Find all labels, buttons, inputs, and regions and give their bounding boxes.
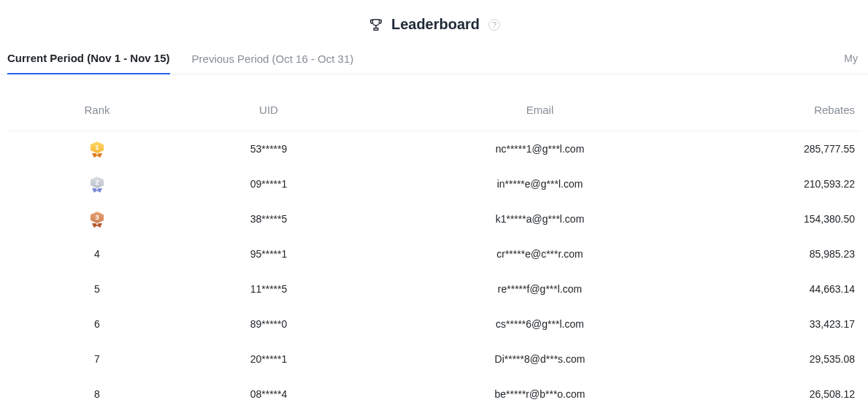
silver-medal-icon: 2 <box>91 177 104 191</box>
cell-email: cs*****6@g***l.com <box>356 318 723 330</box>
table-row: 511*****5re*****f@g***l.com44,663.14 <box>7 271 861 306</box>
cell-rank: 6 <box>13 317 181 331</box>
table-row: 720*****1Di*****8@d***s.com29,535.08 <box>7 342 861 377</box>
cell-rank: 7 <box>13 352 181 366</box>
cell-email: be*****r@b***o.com <box>356 388 723 400</box>
rank-number: 8 <box>94 388 100 400</box>
cell-rebates: 285,777.55 <box>723 143 855 155</box>
page-header: Leaderboard ? <box>0 0 868 46</box>
table-row: 689*****0cs*****6@g***l.com33,423.17 <box>7 306 861 342</box>
cell-uid: 95*****1 <box>181 248 356 260</box>
cell-rebates: 29,535.08 <box>723 353 855 365</box>
cell-email: nc*****1@g***l.com <box>356 143 723 155</box>
cell-uid: 20*****1 <box>181 353 356 365</box>
rank-number: 6 <box>94 318 100 330</box>
table-body: 153*****9nc*****1@g***l.com285,777.55209… <box>7 131 861 405</box>
cell-rebates: 85,985.23 <box>723 248 855 260</box>
table-row: 495*****1cr*****e@c***r.com85,985.23 <box>7 236 861 271</box>
table-row: 338*****5k1*****a@g***l.com154,380.50 <box>7 201 861 236</box>
my-link[interactable]: My <box>841 47 861 73</box>
cell-uid: 38*****5 <box>181 213 356 225</box>
col-email: Email <box>356 104 723 116</box>
cell-rank: 2 <box>13 177 181 191</box>
rank-number: 4 <box>94 248 100 260</box>
cell-uid: 11*****5 <box>181 283 356 295</box>
cell-uid: 89*****0 <box>181 318 356 330</box>
tab-current-period[interactable]: Current Period (Nov 1 - Nov 15) <box>7 46 170 74</box>
table-row: 808*****4be*****r@b***o.com26,508.12 <box>7 377 861 405</box>
cell-rank: 8 <box>13 387 181 401</box>
cell-email: re*****f@g***l.com <box>356 283 723 295</box>
bronze-medal-icon: 3 <box>91 212 104 226</box>
cell-rank: 1 <box>13 142 181 156</box>
tab-previous-period[interactable]: Previous Period (Oct 16 - Oct 31) <box>192 47 354 74</box>
rank-number: 7 <box>94 353 100 365</box>
cell-rank: 5 <box>13 282 181 296</box>
page-title: Leaderboard <box>391 16 480 33</box>
col-rank: Rank <box>13 104 181 116</box>
period-tabs: Current Period (Nov 1 - Nov 15) Previous… <box>0 46 868 74</box>
cell-rebates: 44,663.14 <box>723 283 855 295</box>
table-row: 153*****9nc*****1@g***l.com285,777.55 <box>7 131 861 166</box>
help-icon[interactable]: ? <box>488 19 500 31</box>
cell-email: k1*****a@g***l.com <box>356 213 723 225</box>
table-header: Rank UID Email Rebates <box>7 74 861 131</box>
cell-rank: 4 <box>13 247 181 261</box>
cell-rebates: 26,508.12 <box>723 388 855 400</box>
cell-uid: 09*****1 <box>181 178 356 190</box>
leaderboard-table: Rank UID Email Rebates 153*****9nc*****1… <box>0 74 868 405</box>
table-row: 209*****1in*****e@g***l.com210,593.22 <box>7 166 861 201</box>
cell-uid: 53*****9 <box>181 143 356 155</box>
col-uid: UID <box>181 104 356 116</box>
rank-number: 5 <box>94 283 100 295</box>
cell-rebates: 33,423.17 <box>723 318 855 330</box>
cell-rebates: 154,380.50 <box>723 213 855 225</box>
cell-uid: 08*****4 <box>181 388 356 400</box>
col-rebates: Rebates <box>723 104 855 116</box>
gold-medal-icon: 1 <box>91 142 104 156</box>
cell-rank: 3 <box>13 212 181 226</box>
cell-email: in*****e@g***l.com <box>356 178 723 190</box>
cell-email: Di*****8@d***s.com <box>356 353 723 365</box>
cell-rebates: 210,593.22 <box>723 178 855 190</box>
trophy-icon <box>368 17 384 33</box>
cell-email: cr*****e@c***r.com <box>356 248 723 260</box>
